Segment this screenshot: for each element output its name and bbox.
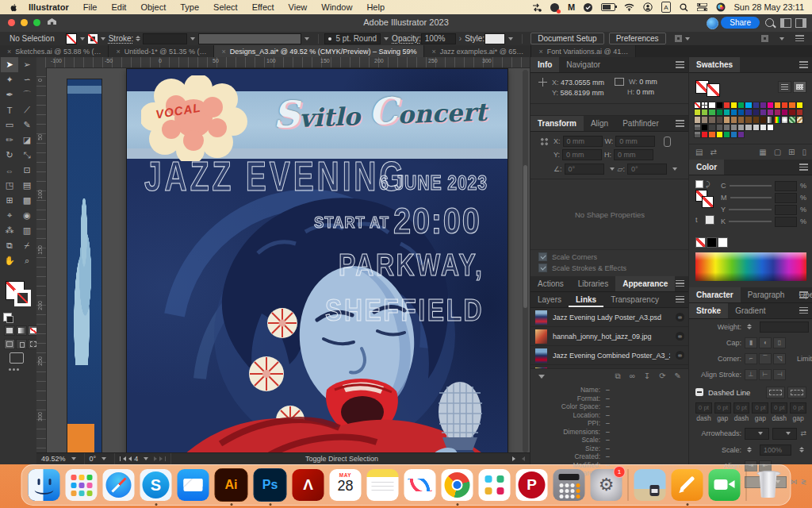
type-tool-icon[interactable]: T (1, 102, 18, 117)
fill-chevron-icon[interactable] (80, 37, 85, 40)
dock-chrome-icon[interactable] (442, 469, 473, 501)
next-artboard-button[interactable] (154, 456, 157, 461)
swatch[interactable] (737, 124, 745, 131)
black-swatch[interactable] (707, 237, 717, 248)
close-tab-icon[interactable]: × (431, 48, 435, 56)
swatch[interactable] (730, 131, 737, 138)
document-tab-0[interactable]: ×Sketches.ai @ 53.88 % (… (0, 45, 109, 57)
delete-swatch-icon[interactable]: ▯ (802, 148, 806, 156)
gradient-mode-button[interactable] (16, 325, 27, 336)
swatch-themes-icon[interactable]: ⇄ (710, 148, 716, 156)
arrange-documents-icon[interactable] (780, 18, 791, 28)
channel-slider[interactable] (730, 197, 772, 198)
hand-tool-icon[interactable]: ✋ (1, 253, 18, 268)
paintbrush-tool-icon[interactable]: ✎ (18, 117, 36, 133)
swatch[interactable] (708, 131, 715, 138)
swatch-grad-color[interactable] (774, 116, 781, 123)
style-chevron-icon[interactable] (508, 37, 513, 40)
rotate-tool-icon[interactable]: ↻ (1, 148, 18, 163)
zoom-chevron-icon[interactable] (71, 457, 76, 460)
swap-colors-icon[interactable] (695, 180, 703, 188)
swatch[interactable] (716, 124, 723, 131)
document-tab-2[interactable]: ×Designs_A3.ai* @ 49.52 % (CMYK/Preview)… (214, 45, 424, 57)
channel-value-field[interactable] (775, 205, 797, 215)
stroke-color-swatch[interactable] (88, 34, 98, 44)
gap-field-3[interactable]: 0 pt (752, 402, 768, 414)
swatch[interactable] (694, 116, 701, 123)
bevel-join-button[interactable]: ◹ (773, 353, 786, 364)
white-swatch[interactable] (718, 237, 728, 248)
rotation-chevron-icon[interactable] (102, 457, 106, 460)
channel-value-field[interactable] (775, 181, 797, 191)
monosnap-status-icon[interactable]: M (568, 2, 575, 12)
stroke-chevron-icon[interactable] (101, 37, 105, 40)
tab-libraries[interactable]: Libraries (571, 276, 615, 291)
reference-point-locator[interactable] (540, 137, 549, 146)
apple-logo-icon[interactable] (10, 3, 18, 12)
artboard-tool-icon[interactable]: ⧉ (1, 238, 18, 253)
update-link-icon[interactable]: ⟳ (659, 371, 665, 381)
color-menu-icon[interactable] (799, 164, 808, 171)
tab-transform[interactable]: Transform (530, 116, 584, 131)
draw-normal-button[interactable] (4, 339, 15, 349)
swatch-folder[interactable] (694, 124, 701, 131)
swatch[interactable] (723, 131, 730, 138)
dock-illustrator-icon[interactable]: Ai (215, 468, 248, 502)
arrow-scale-field-1[interactable]: 100% (760, 444, 791, 456)
prev-artboard-button[interactable] (128, 456, 132, 461)
tab-links[interactable]: Links (569, 292, 603, 307)
menu-item-view[interactable]: View (282, 2, 315, 12)
control-panel-menu-icon[interactable] (795, 35, 804, 42)
edit-original-icon[interactable]: ✎ (675, 371, 681, 381)
swatch[interactable] (760, 109, 767, 116)
flip-along-icon[interactable]: ⋈ (790, 478, 797, 486)
swatch[interactable] (708, 102, 715, 109)
swatch-pat-green[interactable] (788, 116, 795, 123)
spotlight-icon[interactable] (680, 2, 688, 12)
slice-tool-icon[interactable]: ⌿ (18, 238, 36, 253)
swatch[interactable] (760, 124, 767, 131)
gradient-tool-icon[interactable]: ▩ (18, 193, 36, 208)
swatch[interactable] (701, 116, 708, 123)
align-dash-button[interactable] (787, 387, 806, 398)
pen-tool-icon[interactable]: ✒ (1, 87, 18, 102)
swatch-options-icon[interactable]: ▢ (774, 148, 781, 156)
tab-transparency[interactable]: Transparency (603, 292, 666, 307)
tab-info[interactable]: Info (530, 57, 559, 72)
close-tab-icon[interactable]: × (7, 48, 11, 56)
color-mode-button[interactable] (4, 325, 15, 336)
first-artboard-button[interactable] (123, 456, 126, 461)
menu-item-effect[interactable]: Effect (245, 2, 282, 12)
last-artboard-button[interactable] (159, 456, 163, 461)
swatch[interactable] (781, 102, 788, 109)
swatch[interactable] (694, 109, 701, 116)
lasso-tool-icon[interactable]: ∽ (18, 72, 36, 87)
swatch[interactable] (753, 124, 760, 131)
swatch[interactable] (708, 116, 715, 123)
swatch[interactable] (796, 109, 803, 116)
swatch[interactable] (716, 109, 723, 116)
constrain-proportions-icon[interactable] (664, 137, 671, 147)
document-tab-1[interactable]: ×Untitled-1* @ 51.35 % (… (109, 45, 214, 57)
dock-safari-icon[interactable] (103, 469, 135, 501)
snap-chevron-icon[interactable] (685, 37, 690, 40)
channel-value-field[interactable] (775, 217, 797, 227)
swatch[interactable] (708, 109, 715, 116)
tab-character[interactable]: Character (689, 287, 741, 302)
swatch[interactable] (737, 131, 745, 138)
scale-strokes-checkbox[interactable] (538, 264, 547, 272)
document-setup-button[interactable]: Document Setup (530, 33, 604, 44)
swatch[interactable] (760, 116, 767, 123)
menu-item-help[interactable]: Help (359, 2, 392, 12)
swatch[interactable] (716, 116, 723, 123)
rotation-control[interactable]: 0° (85, 453, 116, 464)
tab-gradient[interactable]: Gradient (728, 303, 772, 318)
dock-freeform-icon[interactable] (404, 469, 436, 501)
dock-calculator-icon[interactable] (553, 469, 585, 501)
grid-view-button[interactable] (793, 81, 806, 93)
channel-slider[interactable] (729, 209, 772, 210)
stroke-weight-label[interactable]: Stroke: (109, 34, 134, 43)
channel-slider[interactable] (730, 185, 772, 187)
panel-menu-icon[interactable] (676, 296, 684, 303)
swatch[interactable] (708, 124, 715, 131)
